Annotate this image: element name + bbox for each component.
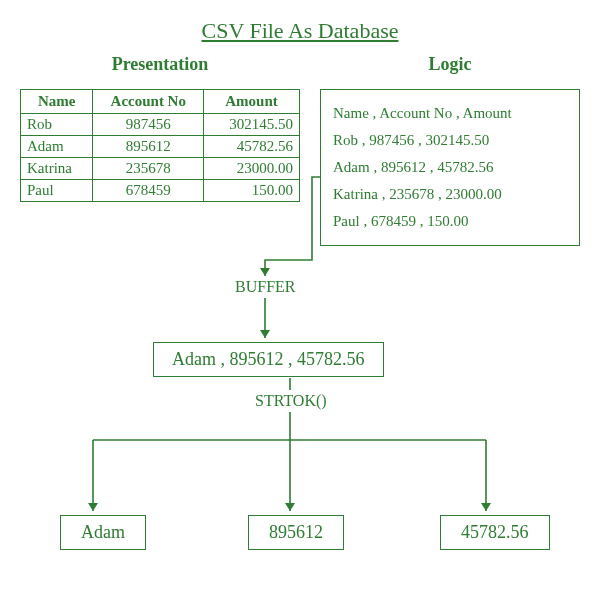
table-row: Adam 895612 45782.56 <box>21 136 300 158</box>
presentation-column: Presentation Name Account No Amount Rob … <box>20 54 300 246</box>
table-row: Katrina 235678 23000.00 <box>21 158 300 180</box>
logic-heading: Logic <box>320 54 580 75</box>
presentation-table: Name Account No Amount Rob 987456 302145… <box>20 89 300 202</box>
buffer-label: BUFFER <box>235 278 295 296</box>
token-box: 895612 <box>248 515 344 550</box>
logic-box: Name , Account No , Amount Rob , 987456 … <box>320 89 580 246</box>
logic-line: Name , Account No , Amount <box>333 100 567 127</box>
buffer-box: Adam , 895612 , 45782.56 <box>153 342 384 377</box>
th-account: Account No <box>93 90 204 114</box>
cell-name: Rob <box>21 114 93 136</box>
token-box: 45782.56 <box>440 515 550 550</box>
cell-name: Adam <box>21 136 93 158</box>
svg-marker-0 <box>260 268 270 276</box>
cell-amount: 302145.50 <box>204 114 300 136</box>
logic-line: Katrina , 235678 , 23000.00 <box>333 181 567 208</box>
token-box: Adam <box>60 515 146 550</box>
cell-amount: 150.00 <box>204 180 300 202</box>
strtok-label: STRTOK() <box>255 392 327 410</box>
logic-line: Rob , 987456 , 302145.50 <box>333 127 567 154</box>
th-amount: Amount <box>204 90 300 114</box>
cell-account: 987456 <box>93 114 204 136</box>
presentation-heading: Presentation <box>20 54 300 75</box>
cell-amount: 45782.56 <box>204 136 300 158</box>
cell-name: Katrina <box>21 158 93 180</box>
cell-amount: 23000.00 <box>204 158 300 180</box>
cell-account: 895612 <box>93 136 204 158</box>
page-title: CSV File As Database <box>0 0 600 54</box>
cell-name: Paul <box>21 180 93 202</box>
logic-column: Logic Name , Account No , Amount Rob , 9… <box>320 54 580 246</box>
table-row: Rob 987456 302145.50 <box>21 114 300 136</box>
svg-marker-11 <box>481 503 491 511</box>
th-name: Name <box>21 90 93 114</box>
cell-account: 235678 <box>93 158 204 180</box>
logic-line: Paul , 678459 , 150.00 <box>333 208 567 235</box>
svg-marker-2 <box>260 330 270 338</box>
table-row: Paul 678459 150.00 <box>21 180 300 202</box>
columns: Presentation Name Account No Amount Rob … <box>0 54 600 246</box>
svg-marker-7 <box>88 503 98 511</box>
logic-line: Adam , 895612 , 45782.56 <box>333 154 567 181</box>
svg-marker-9 <box>285 503 295 511</box>
cell-account: 678459 <box>93 180 204 202</box>
